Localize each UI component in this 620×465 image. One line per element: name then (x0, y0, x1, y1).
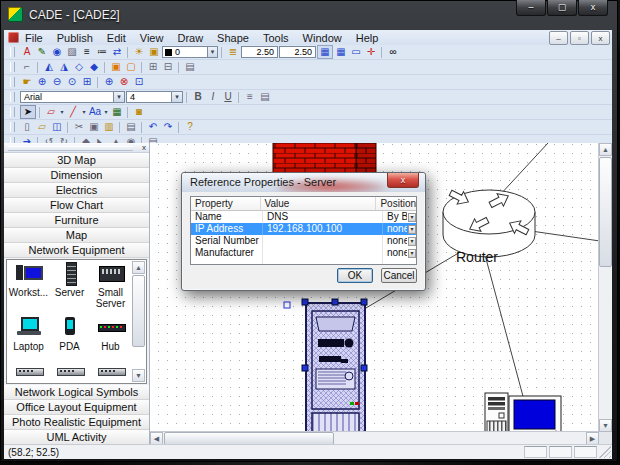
palette-switch-2[interactable]: Switch 2 (49, 359, 90, 383)
new-file-icon[interactable]: ▯ (20, 121, 34, 133)
layers-icon[interactable]: ≣ (226, 46, 240, 58)
font-family-select[interactable]: Arial (20, 91, 125, 103)
sidebar-close-icon[interactable]: x (142, 143, 146, 152)
text-tool-icon[interactable]: Aa (88, 106, 102, 118)
menu-file[interactable]: File (25, 32, 43, 44)
layer-visibility-icon[interactable]: ☀ (132, 46, 146, 58)
grid-width-input[interactable]: 2.50 (241, 46, 278, 58)
sidebar-header[interactable]: x (4, 143, 149, 153)
position-dropdown-icon[interactable] (408, 213, 416, 222)
palette-scrollbar[interactable] (132, 275, 145, 347)
zoom-extents-icon[interactable]: ⊞ (80, 76, 94, 88)
hatch-icon[interactable]: ▨ (65, 46, 79, 58)
category-office-layout-equipment[interactable]: Office Layout Equipment (4, 400, 149, 415)
zoom-selection-icon[interactable]: ⊙ (65, 76, 79, 88)
server-rack-shape[interactable] (306, 303, 365, 437)
menu-window[interactable]: Window (303, 32, 342, 44)
ok-button[interactable]: OK (337, 268, 373, 283)
close-button[interactable]: x (578, 0, 608, 16)
maximize-button[interactable]: ▢ (547, 0, 577, 16)
category-flow-chart[interactable]: Flow Chart (4, 198, 149, 213)
palette-small-server[interactable]: Small Server (90, 262, 131, 309)
pan-hand-icon[interactable]: ☛ (20, 76, 34, 88)
category-furniture[interactable]: Furniture (4, 213, 149, 228)
property-row[interactable]: Serial Number none (191, 235, 416, 247)
vertical-scrollbar[interactable]: ▲ ▼ (598, 143, 612, 432)
menu-tools[interactable]: Tools (263, 32, 289, 44)
rotate-left-icon[interactable]: ◇ (72, 61, 86, 73)
snap-grid-icon[interactable]: ▦ (334, 46, 348, 58)
line-weight-icon[interactable]: ≡ (80, 46, 94, 58)
position-dropdown-icon[interactable] (408, 225, 416, 234)
snap-mode-icon[interactable]: ⌐ (20, 61, 34, 73)
line-tool-icon[interactable]: ╱ (66, 106, 80, 118)
palette-hub[interactable]: Hub (90, 316, 131, 352)
group-icon[interactable]: ▣ (109, 61, 123, 73)
print-icon[interactable]: ▤ (124, 121, 138, 133)
palette-pda[interactable]: PDA (49, 316, 90, 352)
property-row[interactable]: Name DNS By Block (191, 211, 416, 223)
router-shape[interactable] (443, 187, 535, 257)
rotate-right-icon[interactable]: ◆ (87, 61, 101, 73)
mdi-restore-button[interactable]: ▫ (570, 31, 589, 45)
fill-tool-icon[interactable]: ◙ (132, 106, 146, 118)
page-bounds-icon[interactable]: ▭ (349, 46, 363, 58)
dialog-close-icon[interactable]: x (387, 173, 419, 188)
position-dropdown-icon[interactable] (408, 249, 416, 258)
column-header-value[interactable]: Value (261, 197, 377, 210)
menu-shape[interactable]: Shape (217, 32, 249, 44)
line-style-icon[interactable]: ≔ (95, 46, 109, 58)
font-size-select[interactable]: 4 (126, 91, 183, 103)
pan-window-icon[interactable]: ⊡ (132, 76, 146, 88)
column-header-property[interactable]: Property (191, 197, 261, 210)
save-file-icon[interactable]: ◫ (50, 121, 64, 133)
palette-router[interactable]: Router (90, 359, 131, 383)
grid-toggle-icon[interactable]: ▦ (317, 45, 333, 59)
position-dropdown-icon[interactable] (408, 237, 416, 246)
text-color-icon[interactable]: A (20, 46, 34, 58)
text-tool-dropdown[interactable]: ▾ (103, 106, 109, 118)
mdi-close-button[interactable]: x (591, 31, 610, 45)
category-network-logical-symbols[interactable]: Network Logical Symbols (4, 385, 149, 400)
category-uml-activity[interactable]: UML Activity (4, 430, 149, 445)
send-to-back-icon[interactable]: ⊟ (161, 61, 175, 73)
italic-icon[interactable]: I (206, 91, 220, 103)
scroll-down-icon[interactable]: ▼ (599, 419, 612, 432)
zoom-in-icon[interactable]: ⊕ (35, 76, 49, 88)
palette-server[interactable]: Server (49, 262, 90, 309)
pencil-icon[interactable]: ✎ (35, 46, 49, 58)
copy-icon[interactable]: ▣ (87, 121, 101, 133)
property-row[interactable]: IP Address 192.168.100.100 none (191, 223, 416, 235)
palette-switch-1[interactable]: Switch 1 (8, 359, 49, 383)
monitor-shape[interactable] (509, 396, 561, 436)
palette-scroll-down-icon[interactable]: ▼ (132, 369, 145, 382)
shape-tool-icon[interactable]: ▱ (44, 106, 58, 118)
dialog-title-bar[interactable]: Reference Properties - Server x (182, 173, 425, 192)
flip-vertical-icon[interactable]: ◮ (57, 61, 71, 73)
text-align-icon[interactable]: ≡ (243, 91, 257, 103)
vertical-scroll-thumb[interactable] (599, 157, 612, 267)
menu-view[interactable]: View (140, 32, 164, 44)
category-photo-realistic-equipment[interactable]: Photo Realistic Equipment (4, 415, 149, 430)
category-map[interactable]: Map (4, 228, 149, 243)
property-row[interactable] (191, 259, 416, 265)
binoculars-icon[interactable]: ∞ (386, 46, 400, 58)
scroll-up-icon[interactable]: ▲ (599, 143, 612, 156)
help-icon[interactable]: ? (183, 121, 197, 133)
category-dimension[interactable]: Dimension (4, 168, 149, 183)
text-properties-icon[interactable]: ▤ (258, 91, 272, 103)
menu-help[interactable]: Help (356, 32, 379, 44)
bold-icon[interactable]: B (191, 91, 205, 103)
paste-icon[interactable]: ▥ (102, 121, 116, 133)
menu-draw[interactable]: Draw (177, 32, 203, 44)
category-3d-map[interactable]: 3D Map (4, 153, 149, 168)
flip-horizontal-icon[interactable]: ◭ (42, 61, 56, 73)
menu-edit[interactable]: Edit (107, 32, 126, 44)
line-tool-dropdown[interactable]: ▾ (81, 106, 87, 118)
palette-scroll-up-icon[interactable]: ▲ (132, 261, 145, 274)
column-header-position[interactable]: Position (376, 197, 416, 210)
zoom-out-icon[interactable]: ⊖ (50, 76, 64, 88)
menu-publish[interactable]: Publish (57, 32, 93, 44)
palette-laptop[interactable]: Laptop (8, 316, 49, 352)
cancel-button[interactable]: Cancel (381, 268, 417, 283)
